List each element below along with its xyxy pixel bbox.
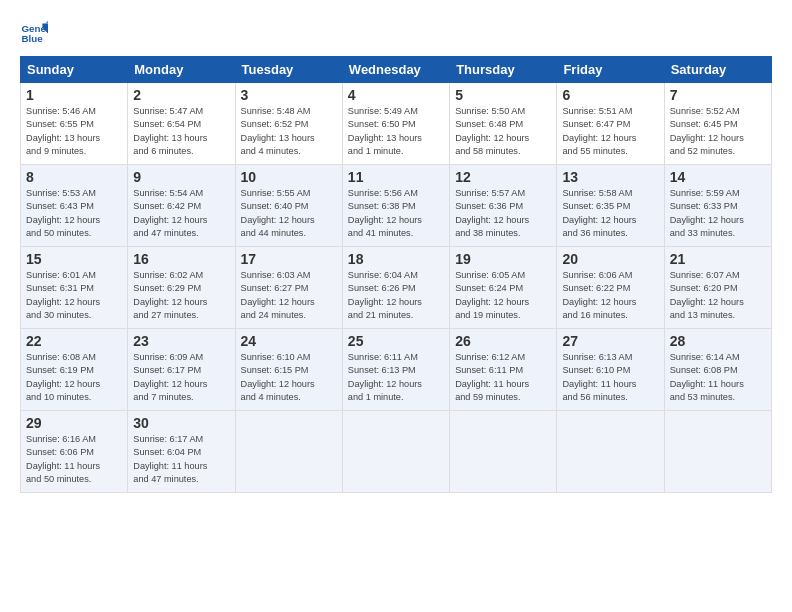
table-row: 18Sunrise: 6:04 AMSunset: 6:26 PMDayligh… [342, 247, 449, 329]
calendar-table: Sunday Monday Tuesday Wednesday Thursday… [20, 56, 772, 493]
table-row: 24Sunrise: 6:10 AMSunset: 6:15 PMDayligh… [235, 329, 342, 411]
calendar-header-row: Sunday Monday Tuesday Wednesday Thursday… [21, 57, 772, 83]
calendar-week-4: 22Sunrise: 6:08 AMSunset: 6:19 PMDayligh… [21, 329, 772, 411]
table-row: 11Sunrise: 5:56 AMSunset: 6:38 PMDayligh… [342, 165, 449, 247]
table-row [450, 411, 557, 493]
table-row: 1Sunrise: 5:46 AMSunset: 6:55 PMDaylight… [21, 83, 128, 165]
table-row: 13Sunrise: 5:58 AMSunset: 6:35 PMDayligh… [557, 165, 664, 247]
table-row: 22Sunrise: 6:08 AMSunset: 6:19 PMDayligh… [21, 329, 128, 411]
header: General Blue [20, 18, 772, 46]
calendar-week-2: 8Sunrise: 5:53 AMSunset: 6:43 PMDaylight… [21, 165, 772, 247]
table-row: 16Sunrise: 6:02 AMSunset: 6:29 PMDayligh… [128, 247, 235, 329]
table-row: 25Sunrise: 6:11 AMSunset: 6:13 PMDayligh… [342, 329, 449, 411]
table-row [342, 411, 449, 493]
logo-icon: General Blue [20, 18, 48, 46]
table-row [557, 411, 664, 493]
table-row: 17Sunrise: 6:03 AMSunset: 6:27 PMDayligh… [235, 247, 342, 329]
svg-text:Blue: Blue [21, 33, 43, 44]
col-wednesday: Wednesday [342, 57, 449, 83]
calendar-week-3: 15Sunrise: 6:01 AMSunset: 6:31 PMDayligh… [21, 247, 772, 329]
calendar-week-5: 29Sunrise: 6:16 AMSunset: 6:06 PMDayligh… [21, 411, 772, 493]
table-row: 28Sunrise: 6:14 AMSunset: 6:08 PMDayligh… [664, 329, 771, 411]
table-row: 19Sunrise: 6:05 AMSunset: 6:24 PMDayligh… [450, 247, 557, 329]
table-row: 21Sunrise: 6:07 AMSunset: 6:20 PMDayligh… [664, 247, 771, 329]
col-friday: Friday [557, 57, 664, 83]
table-row: 15Sunrise: 6:01 AMSunset: 6:31 PMDayligh… [21, 247, 128, 329]
col-saturday: Saturday [664, 57, 771, 83]
table-row: 9Sunrise: 5:54 AMSunset: 6:42 PMDaylight… [128, 165, 235, 247]
table-row: 23Sunrise: 6:09 AMSunset: 6:17 PMDayligh… [128, 329, 235, 411]
col-sunday: Sunday [21, 57, 128, 83]
table-row: 7Sunrise: 5:52 AMSunset: 6:45 PMDaylight… [664, 83, 771, 165]
table-row: 12Sunrise: 5:57 AMSunset: 6:36 PMDayligh… [450, 165, 557, 247]
table-row: 26Sunrise: 6:12 AMSunset: 6:11 PMDayligh… [450, 329, 557, 411]
table-row: 30Sunrise: 6:17 AMSunset: 6:04 PMDayligh… [128, 411, 235, 493]
table-row: 8Sunrise: 5:53 AMSunset: 6:43 PMDaylight… [21, 165, 128, 247]
table-row: 10Sunrise: 5:55 AMSunset: 6:40 PMDayligh… [235, 165, 342, 247]
table-row: 20Sunrise: 6:06 AMSunset: 6:22 PMDayligh… [557, 247, 664, 329]
table-row: 5Sunrise: 5:50 AMSunset: 6:48 PMDaylight… [450, 83, 557, 165]
table-row: 14Sunrise: 5:59 AMSunset: 6:33 PMDayligh… [664, 165, 771, 247]
table-row: 6Sunrise: 5:51 AMSunset: 6:47 PMDaylight… [557, 83, 664, 165]
logo: General Blue [20, 18, 54, 46]
table-row [235, 411, 342, 493]
page-container: General Blue Sunday Monday Tuesday Wedne… [0, 0, 792, 503]
col-tuesday: Tuesday [235, 57, 342, 83]
col-thursday: Thursday [450, 57, 557, 83]
table-row: 29Sunrise: 6:16 AMSunset: 6:06 PMDayligh… [21, 411, 128, 493]
calendar-week-1: 1Sunrise: 5:46 AMSunset: 6:55 PMDaylight… [21, 83, 772, 165]
col-monday: Monday [128, 57, 235, 83]
table-row: 4Sunrise: 5:49 AMSunset: 6:50 PMDaylight… [342, 83, 449, 165]
table-row: 3Sunrise: 5:48 AMSunset: 6:52 PMDaylight… [235, 83, 342, 165]
table-row: 27Sunrise: 6:13 AMSunset: 6:10 PMDayligh… [557, 329, 664, 411]
table-row: 2Sunrise: 5:47 AMSunset: 6:54 PMDaylight… [128, 83, 235, 165]
table-row [664, 411, 771, 493]
